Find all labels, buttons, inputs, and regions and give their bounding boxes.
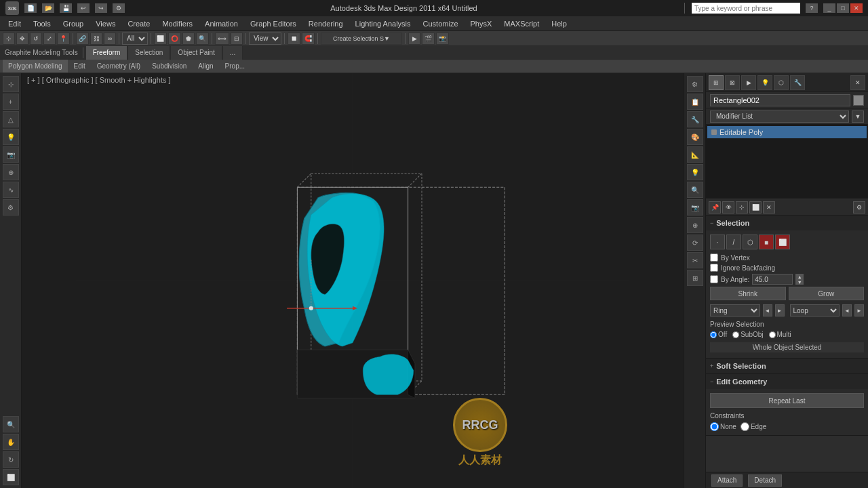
rpanel-content[interactable]: − Selection · / ⬡ ■ ⬜ By Vertex (706, 216, 868, 472)
tb-snap[interactable]: 🔲 (288, 33, 300, 45)
sb-pan[interactable]: ✋ (3, 434, 19, 450)
redo-btn[interactable]: ↪ (95, 3, 107, 13)
selection-header[interactable]: − Selection (706, 216, 868, 230)
settings-btn[interactable]: ⚙ (113, 3, 125, 13)
pin-stack-btn[interactable]: 📌 (709, 201, 721, 214)
tb-align[interactable]: ⊟ (231, 33, 243, 45)
modifier-options-btn[interactable]: ▼ (852, 110, 864, 123)
ricon-display[interactable]: ⊞ (709, 75, 724, 90)
angle-value-input[interactable] (752, 274, 793, 285)
ricon-panel-close[interactable]: ✕ (850, 75, 865, 90)
loop-left-btn[interactable]: ◄ (842, 304, 852, 317)
tb-render2[interactable]: 🎬 (422, 33, 435, 45)
undo-btn[interactable]: ↩ (77, 3, 90, 13)
sb-cameras[interactable]: 📷 (3, 146, 19, 163)
ring-right-btn[interactable]: ► (775, 304, 785, 317)
rs-btn10[interactable]: ⟳ (687, 235, 703, 251)
preview-subobj-radio[interactable] (732, 331, 739, 338)
gtab-freeform[interactable]: Freeform (86, 46, 128, 60)
show-sel-btn[interactable]: ⊹ (736, 201, 748, 214)
rs-btn11[interactable]: ✂ (687, 252, 703, 268)
maximize-btn[interactable]: □ (837, 3, 849, 13)
menu-tools[interactable]: Tools (28, 16, 56, 30)
rs-btn4[interactable]: 🎨 (687, 129, 703, 145)
tb-magnet[interactable]: 🧲 (302, 33, 315, 45)
tb-fence-sel[interactable]: ⬟ (182, 33, 195, 45)
menu-physx[interactable]: PhysX (465, 16, 498, 30)
preview-off-radio[interactable] (710, 331, 717, 338)
rs-btn2[interactable]: 📋 (687, 94, 703, 110)
tb-render3[interactable]: 📸 (436, 33, 449, 45)
sb-zoom[interactable]: 🔍 (3, 416, 19, 432)
sb-systems[interactable]: ⚙ (3, 199, 19, 216)
tb-create-sel[interactable]: Create Selection S▼ (321, 33, 402, 45)
rs-btn1[interactable]: ⚙ (687, 76, 703, 92)
sb-shapes[interactable]: △ (3, 111, 19, 127)
config-mod-btn[interactable]: ⚙ (853, 201, 865, 214)
sel-element[interactable]: ⬜ (775, 235, 790, 249)
tb-mirror[interactable]: ⟺ (215, 33, 229, 45)
sel-border[interactable]: ⬡ (743, 235, 757, 249)
ricon-hierarchy[interactable]: ⊠ (725, 75, 740, 90)
grow-btn[interactable]: Grow (789, 287, 865, 300)
repeat-last-btn[interactable]: Repeat Last (710, 393, 864, 408)
filter-dropdown[interactable]: All (122, 33, 148, 45)
rs-btn12[interactable]: ⊞ (687, 270, 703, 286)
sel-poly[interactable]: ■ (759, 235, 774, 249)
tb-place[interactable]: 📍 (57, 33, 70, 45)
ricon-materials[interactable]: ⬡ (774, 75, 789, 90)
ricon-utilities[interactable]: 🔧 (790, 75, 805, 90)
angle-down-btn[interactable]: ▼ (795, 279, 804, 285)
tb-unlink[interactable]: ⛓ (90, 33, 102, 45)
menu-group[interactable]: Group (58, 16, 90, 30)
tb-circle-sel[interactable]: ⭕ (168, 33, 181, 45)
tb-move[interactable]: ✥ (16, 33, 28, 45)
search-box[interactable] (692, 3, 800, 14)
tb-render[interactable]: ▶ (408, 33, 420, 45)
ignore-backfacing-checkbox[interactable] (710, 264, 718, 272)
detach-btn[interactable]: Detach (748, 474, 782, 487)
ricon-motion[interactable]: ▶ (741, 75, 756, 90)
rs-btn8[interactable]: 📷 (687, 199, 703, 216)
stab-geometry-all[interactable]: Geometry (All) (92, 60, 146, 73)
attach-btn[interactable]: Attach (711, 474, 743, 487)
stab-edit[interactable]: Edit (68, 60, 91, 73)
constraints-edge-radio[interactable] (741, 422, 749, 431)
ricon-lights[interactable]: 💡 (757, 75, 772, 90)
show-all-btn[interactable]: 👁 (722, 201, 734, 214)
search-input[interactable] (694, 5, 797, 12)
sb-helpers[interactable]: ⊕ (3, 164, 19, 180)
menu-modifiers[interactable]: Modifiers (157, 16, 198, 30)
obj-color-box[interactable] (853, 95, 864, 106)
sb-create[interactable]: + (3, 94, 19, 110)
menu-maxscript[interactable]: MAXScript (498, 16, 545, 30)
viewport[interactable]: [ + ] [ Orthographic ] [ Smooth + Highli… (22, 73, 684, 488)
menu-edit[interactable]: Edit (3, 16, 26, 30)
gtab-more[interactable]: ... (223, 46, 243, 60)
sb-space[interactable]: ∿ (3, 182, 19, 198)
soft-selection-header[interactable]: + Soft Selection (706, 359, 868, 373)
menu-customize[interactable]: Customize (418, 16, 464, 30)
close-btn[interactable]: ✕ (850, 3, 863, 13)
edit-geometry-header[interactable]: − Edit Geometry (706, 374, 868, 389)
tb-rotate[interactable]: ↺ (30, 33, 42, 45)
tb-scale[interactable]: ⤢ (43, 33, 56, 45)
minimize-btn[interactable]: _ (823, 3, 835, 13)
stab-poly-modeling[interactable]: Polygon Modeling (3, 60, 68, 73)
menu-lighting[interactable]: Lighting Analysis (350, 16, 416, 30)
tb-rect-sel[interactable]: ⬜ (154, 33, 167, 45)
modifier-stack[interactable]: Editable Poly (706, 125, 868, 199)
show-wire-btn[interactable]: ⬜ (749, 201, 762, 214)
view-dropdown[interactable]: View (249, 33, 281, 45)
rs-btn5[interactable]: 📐 (687, 146, 703, 163)
obj-name-field[interactable] (710, 94, 850, 106)
menu-rendering[interactable]: Rendering (303, 16, 349, 30)
sb-select[interactable]: ⊹ (3, 76, 19, 92)
help-btn[interactable]: ? (806, 3, 818, 13)
rs-btn6[interactable]: 💡 (687, 164, 703, 180)
sel-vertex[interactable]: · (710, 235, 725, 249)
tb-select[interactable]: ⊹ (3, 33, 15, 45)
rs-btn3[interactable]: 🔧 (687, 111, 703, 127)
sb-lights[interactable]: 💡 (3, 129, 19, 145)
preview-multi-radio[interactable] (769, 331, 776, 338)
